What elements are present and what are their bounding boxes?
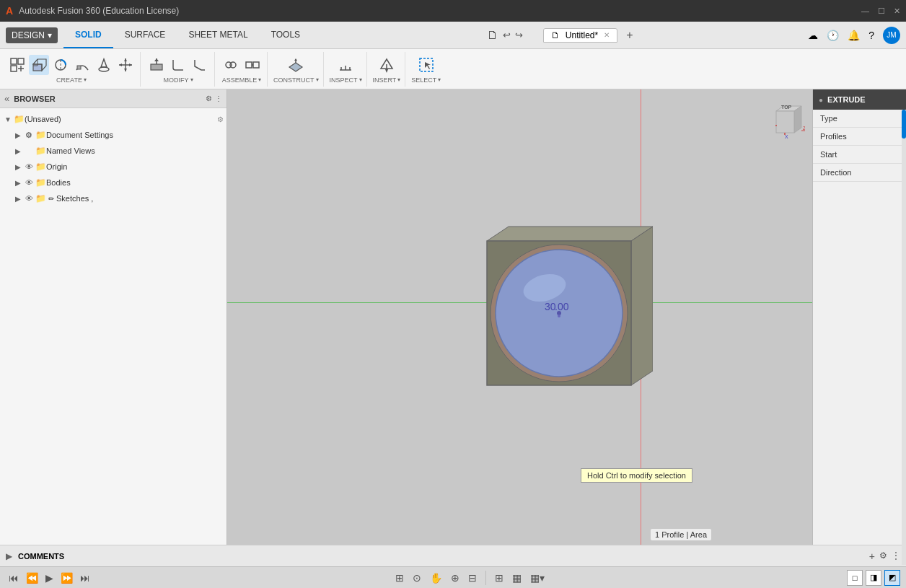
- eye-bodies[interactable]: 👁: [23, 178, 35, 187]
- create-chevron: ▾: [84, 76, 87, 83]
- doc-close[interactable]: ✕: [604, 31, 610, 39]
- tree-item-sketches[interactable]: ▶ 👁 📁 ✏ Sketches ,: [0, 190, 226, 206]
- history-icon[interactable]: 🕐: [827, 30, 839, 41]
- revolve-tool[interactable]: [50, 55, 71, 75]
- label-sketches: Sketches ,: [56, 194, 224, 203]
- view-cube[interactable]: TOP Z X: [765, 100, 805, 140]
- close-button[interactable]: ✕: [894, 6, 900, 16]
- svg-marker-28: [289, 63, 302, 71]
- extrude-start[interactable]: Start: [813, 146, 906, 164]
- svg-rect-25: [246, 62, 252, 68]
- construct-group: CONSTRUCT ▾: [269, 52, 324, 87]
- new-component-tool[interactable]: [7, 55, 27, 75]
- fit-view-btn[interactable]: ⊞: [392, 571, 407, 585]
- user-avatar[interactable]: JM: [883, 27, 900, 44]
- zoom-fit-btn[interactable]: ⊕: [448, 571, 462, 585]
- select-tool[interactable]: [416, 55, 436, 75]
- render-mode-btn[interactable]: ◩: [884, 570, 900, 586]
- grid-settings-btn[interactable]: ⊞: [492, 571, 506, 585]
- extrude-type[interactable]: Type: [813, 110, 906, 128]
- redo-button[interactable]: ↪: [515, 30, 523, 40]
- inspect-label[interactable]: INSPECT ▾: [330, 76, 362, 84]
- measure-tool[interactable]: [335, 55, 356, 75]
- undo-button[interactable]: ↩: [503, 30, 511, 40]
- timeline-next[interactable]: ⏩: [58, 571, 76, 585]
- joint-tool[interactable]: [221, 55, 241, 75]
- svg-point-48: [558, 315, 560, 317]
- notification-icon[interactable]: 🔔: [848, 30, 860, 41]
- tree-item-root[interactable]: ▼ 📁 (Unsaved) ⚙: [0, 111, 226, 127]
- extrude-direction[interactable]: Direction: [813, 164, 906, 182]
- minimize-button[interactable]: —: [861, 6, 869, 15]
- comments-settings[interactable]: ⚙: [879, 550, 887, 562]
- folder-doc-settings: 📁: [35, 130, 46, 140]
- tree-item-origin[interactable]: ▶ 👁 📁 Origin: [0, 159, 226, 175]
- construct-label[interactable]: CONSTRUCT ▾: [273, 76, 319, 84]
- extrude-profiles[interactable]: Profiles: [813, 128, 906, 146]
- svg-marker-18: [119, 63, 122, 66]
- timeline-start[interactable]: ⏮: [6, 571, 22, 585]
- view-options-btn[interactable]: ▦▾: [527, 571, 547, 585]
- zoom-window-btn[interactable]: ⊟: [465, 571, 480, 585]
- insert-label[interactable]: INSERT ▾: [373, 76, 401, 84]
- tab-sheet-metal[interactable]: SHEET METAL: [177, 22, 259, 48]
- as-built-joint-tool[interactable]: [242, 55, 263, 75]
- tree-item-doc-settings[interactable]: ▶ ⚙ 📁 Document Settings: [0, 127, 226, 143]
- display-settings-btn[interactable]: ▦: [509, 571, 524, 585]
- insert-chevron: ▾: [397, 76, 400, 83]
- modify-chevron: ▾: [190, 76, 193, 83]
- settings-root[interactable]: ⚙: [217, 115, 224, 123]
- help-icon[interactable]: ?: [868, 30, 874, 41]
- sweep-tool[interactable]: [72, 55, 92, 75]
- file-icon[interactable]: 🗋: [487, 29, 498, 42]
- select-label[interactable]: SELECT ▾: [411, 76, 441, 84]
- browser-collapse-icon[interactable]: «: [4, 93, 9, 104]
- new-tab-button[interactable]: +: [626, 29, 633, 42]
- tree-item-bodies[interactable]: ▶ 👁 📁 Bodies: [0, 175, 226, 190]
- move-tool[interactable]: [115, 55, 136, 75]
- comments-add[interactable]: +: [869, 550, 875, 562]
- orbit-btn[interactable]: ⊙: [410, 571, 424, 585]
- timeline-prev[interactable]: ⏪: [23, 571, 41, 585]
- modify-label[interactable]: MODIFY ▾: [164, 76, 193, 84]
- comments-title: COMMENTS: [18, 552, 64, 561]
- tab-surface[interactable]: SURFACE: [113, 22, 177, 48]
- assemble-label[interactable]: ASSEMBLE ▾: [222, 76, 262, 84]
- insert-mesh-tool[interactable]: [377, 55, 397, 75]
- tree-item-named-views[interactable]: ▶ 📁 Named Views: [0, 143, 226, 159]
- svg-rect-2: [11, 66, 17, 71]
- comments-buttons: + ⚙ ⋮: [869, 550, 900, 562]
- tab-tools[interactable]: TOOLS: [260, 22, 312, 48]
- extrude-circle-icon: ●: [819, 96, 823, 104]
- panel-scrollbar[interactable]: [902, 110, 906, 139]
- create-label[interactable]: CREATE ▾: [56, 76, 87, 84]
- shaded-mode-btn[interactable]: ◨: [866, 570, 881, 586]
- eye-origin[interactable]: 👁: [23, 162, 35, 171]
- pan-btn[interactable]: ✋: [427, 571, 445, 585]
- browser-settings-icon[interactable]: ⚙: [206, 95, 212, 102]
- restore-button[interactable]: ☐: [878, 6, 885, 16]
- extrude-header: ● EXTRUDE: [813, 89, 906, 110]
- select-group: SELECT ▾: [407, 52, 445, 87]
- comments-panel-toggle[interactable]: ⋮: [892, 550, 900, 562]
- press-pull-tool[interactable]: [146, 55, 167, 75]
- chamfer-tool[interactable]: [190, 55, 210, 75]
- profile-status: 1 Profile | Area: [651, 529, 711, 540]
- box-mode-btn[interactable]: □: [847, 570, 863, 586]
- folder-origin: 📁: [35, 162, 46, 172]
- sketch-extra-icon: ✏: [46, 195, 56, 203]
- loft-tool[interactable]: [94, 55, 114, 75]
- timeline-play[interactable]: ▶: [43, 571, 56, 585]
- document-tab[interactable]: 🗋 Untitled* ✕: [543, 28, 617, 43]
- timeline-end[interactable]: ⏭: [77, 571, 93, 585]
- comments-expand[interactable]: ▶: [6, 551, 12, 561]
- tab-solid[interactable]: SOLID: [63, 22, 113, 48]
- browser-panel-dots[interactable]: ⋮: [215, 95, 222, 102]
- fillet-tool[interactable]: [168, 55, 188, 75]
- design-selector[interactable]: DESIGN ▾: [6, 27, 58, 43]
- viewport[interactable]: 30 .00 Hold Ctrl to modify selection ⋮: [227, 89, 812, 545]
- eye-sketches[interactable]: 👁: [23, 194, 35, 203]
- offset-plane-tool[interactable]: [286, 55, 306, 75]
- cloud-icon[interactable]: ☁: [808, 30, 818, 41]
- extrude-tool[interactable]: [29, 55, 49, 75]
